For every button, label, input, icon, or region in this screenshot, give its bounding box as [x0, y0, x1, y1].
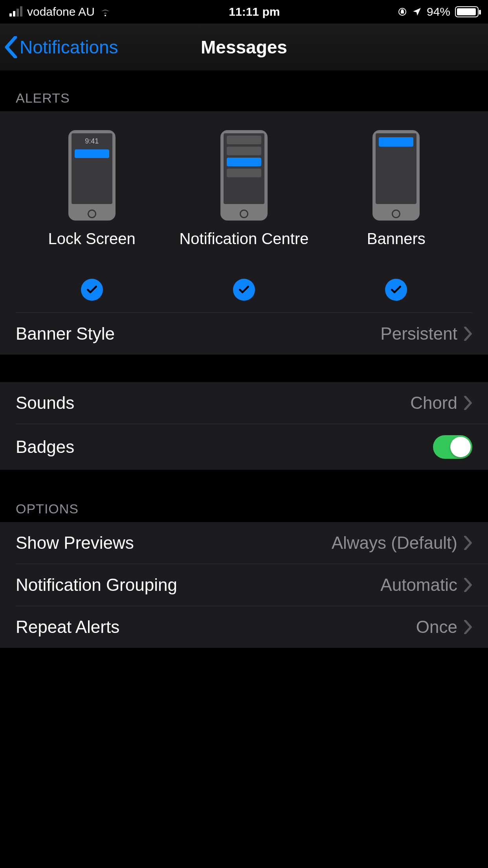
row-sounds[interactable]: Sounds Chord: [0, 382, 488, 424]
status-bar: vodafone AU 11:11 pm 94%: [0, 0, 488, 24]
row-label: Notification Grouping: [16, 575, 177, 595]
status-right: 94%: [398, 5, 479, 18]
carrier-label: vodafone AU: [27, 5, 95, 18]
row-label: Banner Style: [16, 324, 115, 344]
alert-label: Lock Screen: [48, 230, 135, 269]
lock-screen-preview-icon: 9:41: [68, 130, 116, 221]
row-value: Persistent: [380, 324, 457, 344]
row-value: Once: [416, 617, 457, 637]
banners-preview-icon: [372, 130, 420, 221]
alert-label: Banners: [367, 230, 426, 269]
row-banner-style[interactable]: Banner Style Persistent: [0, 313, 488, 355]
row-repeat-alerts[interactable]: Repeat Alerts Once: [16, 606, 488, 648]
wifi-icon: [99, 7, 111, 17]
location-icon: [412, 7, 422, 17]
checkmark-icon: [385, 279, 407, 301]
row-value-container: Persistent: [380, 324, 472, 344]
alert-option-lock-screen[interactable]: 9:41 Lock Screen: [16, 130, 168, 301]
cellular-signal-icon: [9, 7, 22, 17]
checkmark-icon: [81, 279, 103, 301]
alert-option-notification-centre[interactable]: Notification Centre: [168, 130, 320, 301]
row-value-container: Automatic: [380, 575, 472, 595]
alert-label: Notification Centre: [179, 230, 308, 269]
notification-centre-preview-icon: [220, 130, 268, 221]
section-header-alerts: ALERTS: [0, 71, 488, 111]
chevron-right-icon: [464, 396, 472, 410]
alert-style-selector: 9:41 Lock Screen Notification: [16, 111, 472, 313]
chevron-right-icon: [464, 536, 472, 550]
row-value: Chord: [410, 393, 457, 413]
row-notification-grouping[interactable]: Notification Grouping Automatic: [16, 564, 488, 606]
row-value-container: Chord: [410, 393, 472, 413]
row-label: Show Previews: [16, 533, 134, 553]
status-left: vodafone AU: [9, 5, 111, 18]
row-label: Repeat Alerts: [16, 617, 119, 637]
chevron-left-icon: [4, 36, 18, 58]
back-button[interactable]: Notifications: [0, 36, 118, 58]
rotation-lock-icon: [398, 7, 407, 17]
back-label: Notifications: [20, 37, 118, 58]
battery-icon: [455, 6, 479, 17]
chevron-right-icon: [464, 578, 472, 592]
row-value: Always (Default): [332, 533, 457, 553]
alerts-group: 9:41 Lock Screen Notification: [0, 111, 488, 355]
badges-toggle[interactable]: [433, 435, 472, 459]
switch-knob: [450, 437, 471, 457]
battery-percent: 94%: [427, 5, 450, 18]
options-group: Show Previews Always (Default) Notificat…: [0, 522, 488, 648]
nav-bar: Notifications Messages: [0, 24, 488, 71]
checkmark-icon: [233, 279, 255, 301]
section-header-options: OPTIONS: [0, 470, 488, 522]
alert-option-banners[interactable]: Banners: [320, 130, 472, 301]
row-value-container: Once: [416, 617, 472, 637]
row-label: Badges: [16, 437, 74, 457]
status-time: 11:11 pm: [111, 5, 398, 18]
row-badges: Badges: [16, 424, 488, 470]
row-value-container: Always (Default): [332, 533, 472, 553]
sounds-badges-group: Sounds Chord Badges: [0, 382, 488, 470]
chevron-right-icon: [464, 327, 472, 341]
row-label: Sounds: [16, 393, 74, 413]
chevron-right-icon: [464, 620, 472, 634]
row-show-previews[interactable]: Show Previews Always (Default): [0, 522, 488, 564]
row-value: Automatic: [380, 575, 457, 595]
